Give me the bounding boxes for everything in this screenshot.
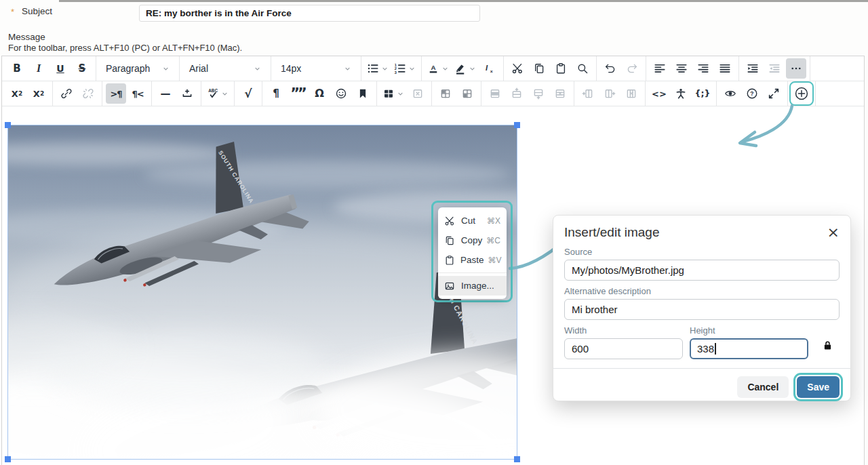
alt-description-input[interactable]: [564, 299, 840, 320]
align-right-button[interactable]: [693, 58, 713, 79]
save-button[interactable]: Save: [797, 376, 840, 398]
insert-row-below-button[interactable]: [528, 83, 549, 104]
rtl-direction-button[interactable]: ¶<: [127, 83, 148, 104]
toolbar-row-2: X2X2>¶¶<—ABC√¶””Ω<>{;}?: [2, 81, 864, 106]
undo-icon: [604, 62, 616, 75]
anchor-button[interactable]: [353, 83, 373, 104]
align-left-button[interactable]: [650, 58, 670, 79]
subject-label: Subject: [22, 6, 52, 16]
menu-item-copy[interactable]: Copy⌘C: [438, 230, 507, 250]
italic-button[interactable]: I: [28, 58, 49, 79]
insert-image-button[interactable]: [791, 83, 812, 104]
paste-button[interactable]: [551, 58, 571, 79]
underline-button[interactable]: U: [50, 58, 71, 79]
chevron-down-icon: [221, 90, 229, 98]
toolbar-group: 14px: [271, 56, 361, 81]
redo-button[interactable]: [622, 58, 642, 79]
menu-item-cut[interactable]: Cut⌘X: [438, 211, 507, 230]
link-button[interactable]: [56, 83, 77, 104]
height-input[interactable]: 338: [690, 338, 808, 359]
ltr-direction-button[interactable]: >¶: [106, 83, 126, 104]
insert-column-before-button[interactable]: [578, 83, 598, 104]
resize-handle-bottom-right[interactable]: [514, 456, 520, 462]
spellcheck-button[interactable]: ABC: [205, 83, 231, 104]
accessibility-check-button[interactable]: [671, 83, 691, 104]
code-sample-button[interactable]: {;}: [692, 83, 713, 104]
align-justify-button[interactable]: [715, 58, 735, 79]
fullscreen-button[interactable]: [764, 83, 784, 104]
toolbar-group: Paragraph: [96, 56, 180, 81]
math-formula-button[interactable]: √: [238, 83, 258, 104]
subject-input[interactable]: [139, 5, 480, 22]
outdent-button[interactable]: [764, 58, 785, 79]
superscript-icon: X2: [12, 89, 22, 98]
cancel-button[interactable]: Cancel: [737, 376, 789, 398]
align-center-button[interactable]: [671, 58, 692, 79]
help-button[interactable]: ?: [742, 83, 762, 104]
merge-cells-button[interactable]: [457, 83, 477, 104]
bold-button[interactable]: B: [7, 58, 27, 79]
delete-row-button[interactable]: [550, 83, 570, 104]
blockquote-icon: ””: [290, 89, 305, 98]
paragraph-marks-button[interactable]: ¶: [266, 83, 286, 104]
toolbar-group: [597, 56, 646, 81]
delete-column-button[interactable]: [621, 83, 642, 104]
subscript-button[interactable]: X2: [28, 83, 49, 104]
menu-separator: [438, 272, 507, 273]
resize-handle-top-left[interactable]: [5, 122, 11, 128]
menu-item-shortcut: ⌘V: [484, 256, 502, 265]
outdent-icon: [768, 62, 781, 75]
row-properties-button[interactable]: [485, 83, 505, 104]
search-button[interactable]: [572, 58, 593, 79]
source-code-button[interactable]: <>: [649, 83, 669, 104]
strikethrough-button[interactable]: S: [72, 58, 92, 79]
resize-handle-bottom-left[interactable]: [5, 456, 11, 462]
menu-item-paste[interactable]: Paste⌘V: [438, 250, 507, 270]
close-icon[interactable]: ×: [827, 226, 840, 239]
toolbar-group: >¶¶<: [102, 81, 152, 106]
font-select[interactable]: Arial: [183, 58, 267, 79]
blockquote-button[interactable]: ””: [288, 83, 308, 104]
table-button[interactable]: [380, 83, 406, 104]
special-character-button[interactable]: Ω: [309, 83, 330, 104]
indent-button[interactable]: [743, 58, 763, 79]
insert-column-after-icon: [604, 87, 616, 100]
required-asterisk: *: [11, 7, 14, 17]
toolbar-group: [432, 81, 481, 106]
fontsize-select[interactable]: 14px: [275, 58, 357, 79]
source-input[interactable]: [564, 260, 840, 281]
highlight-color-button[interactable]: [452, 58, 478, 79]
undo-button[interactable]: [600, 58, 620, 79]
delete-table-button[interactable]: [408, 83, 428, 104]
format-select[interactable]: Paragraph: [100, 58, 176, 79]
preview-button[interactable]: [720, 83, 741, 104]
cut-button[interactable]: [507, 58, 528, 79]
bullet-list-button[interactable]: [365, 58, 391, 79]
toolbar-group: ABC: [201, 81, 235, 106]
text-color-button[interactable]: A: [425, 58, 451, 79]
cut-icon: [511, 62, 524, 75]
insert-row-below-icon: [532, 87, 545, 100]
cell-properties-button[interactable]: [435, 83, 456, 104]
resize-handle-top-right[interactable]: [514, 122, 520, 128]
constrain-proportions-toggle[interactable]: [815, 320, 840, 359]
code-sample-icon: {;}: [695, 89, 711, 98]
emoticons-button[interactable]: [331, 83, 351, 104]
text-cursor: [715, 343, 716, 355]
horizontal-rule-button[interactable]: —: [155, 83, 176, 104]
copy-button[interactable]: [529, 58, 549, 79]
clear-formatting-button[interactable]: I×: [479, 58, 500, 79]
insert-column-after-button[interactable]: [599, 83, 620, 104]
width-input[interactable]: [564, 338, 683, 359]
accessibility-icon: [675, 87, 687, 100]
more-options-button[interactable]: [786, 58, 806, 79]
numbered-list-button[interactable]: 123: [392, 58, 418, 79]
unlink-button[interactable]: [78, 83, 98, 104]
superscript-button[interactable]: X2: [7, 83, 27, 104]
page-break-button[interactable]: [177, 83, 197, 104]
image-icon: [444, 281, 456, 291]
svg-text:I: I: [486, 64, 488, 72]
chevron-down-icon: [344, 65, 351, 73]
menu-item-image[interactable]: Image...: [438, 276, 507, 296]
insert-row-above-button[interactable]: [507, 83, 527, 104]
